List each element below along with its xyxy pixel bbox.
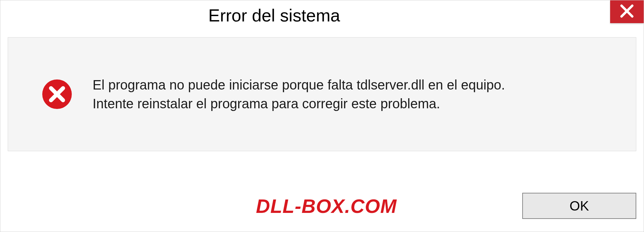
ok-button-label: OK [570, 198, 589, 214]
message-line-2: Intente reinstalar el programa para corr… [93, 95, 505, 112]
message-line-1: El programa no puede iniciarse porque fa… [93, 76, 505, 94]
watermark-text: DLL-BOX.COM [256, 195, 397, 217]
message-panel: El programa no puede iniciarse porque fa… [8, 37, 636, 151]
dialog-title: Error del sistema [208, 5, 340, 25]
close-icon [620, 4, 634, 20]
titlebar: Error del sistema [0, 0, 644, 31]
message-text: El programa no puede iniciarse porque fa… [93, 76, 505, 112]
error-icon [42, 79, 72, 110]
ok-button[interactable]: OK [522, 193, 636, 219]
close-button[interactable] [610, 0, 644, 23]
footer: DLL-BOX.COM OK [8, 187, 636, 224]
